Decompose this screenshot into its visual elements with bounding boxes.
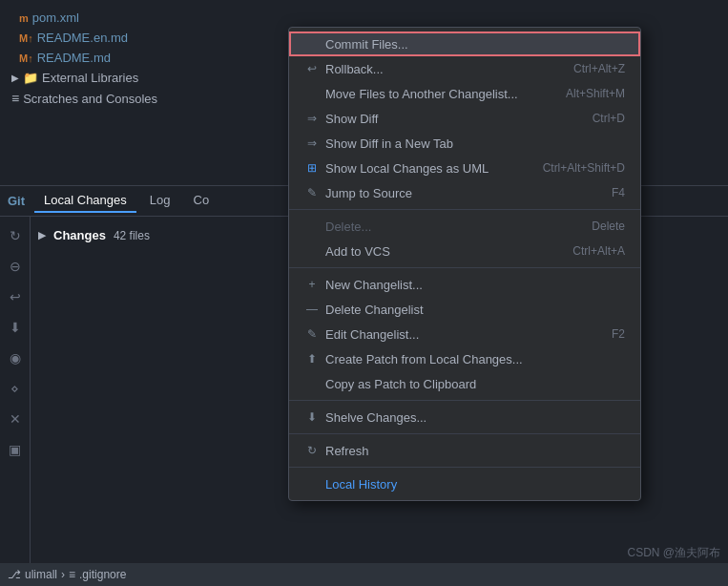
delete-shortcut: Delete	[592, 220, 625, 233]
changes-count: 42 files	[114, 229, 150, 242]
show-diff-new-tab-label: Show Diff in a New Tab	[325, 136, 453, 151]
delete-label: Delete...	[325, 220, 371, 234]
toolbar-btn-rollback[interactable]: ↩	[4, 285, 27, 308]
git-label: Git	[8, 194, 25, 208]
file-tree: m pom.xml M↑ README.en.md M↑ README.md ▶…	[0, 0, 286, 116]
show-diff-label: Show Diff	[325, 112, 378, 126]
menu-item-delete-changelist[interactable]: — Delete Changelist	[289, 297, 640, 322]
branch-path: ulimall	[25, 568, 57, 581]
edit-changelist-label: Edit Changelist...	[325, 327, 419, 342]
add-vcs-shortcut: Ctrl+Alt+A	[572, 244, 625, 258]
side-toolbar: ↻ ⊖ ↩ ⬇ ◉ ⋄ ✕ ▣	[0, 217, 31, 579]
jump-source-icon: ✎	[304, 185, 320, 200]
context-menu: Commit Files... ↩ Rollback... Ctrl+Alt+Z…	[288, 27, 641, 501]
folder-arrow-external-libs: ▶	[11, 73, 19, 83]
status-branch[interactable]: ⎇ ulimall › ≡ .gitignore	[8, 568, 126, 581]
show-diff-icon: ⇒	[304, 111, 320, 126]
branch-separator: ›	[61, 568, 65, 581]
rollback-label: Rollback...	[325, 62, 384, 76]
file-tree-item-pom[interactable]: m pom.xml	[0, 8, 286, 28]
jump-source-label: Jump to Source	[325, 186, 412, 200]
file-tree-item-readme-en[interactable]: M↑ README.en.md	[0, 28, 286, 48]
show-uml-shortcut: Ctrl+Alt+Shift+D	[543, 161, 625, 175]
changes-arrow: ▶	[38, 229, 46, 241]
separator-5	[289, 467, 640, 468]
file-tree-item-readme[interactable]: M↑ README.md	[0, 48, 286, 68]
folder-name-scratches: Scratches and Consoles	[23, 92, 157, 106]
local-history-icon	[304, 476, 320, 492]
status-bar: ⎇ ulimall › ≡ .gitignore	[0, 563, 728, 586]
shelve-icon: ⬇	[304, 409, 320, 425]
shelve-label: Shelve Changes...	[325, 410, 426, 425]
changes-label: Changes	[53, 228, 106, 242]
menu-item-commit-files[interactable]: Commit Files...	[289, 31, 640, 56]
show-uml-label: Show Local Changes as UML	[325, 161, 489, 176]
folder-name-external-libs: External Libraries	[42, 71, 138, 85]
menu-item-move-files[interactable]: Move Files to Another Changelist... Alt+…	[289, 81, 640, 106]
new-changelist-icon: +	[304, 277, 320, 292]
menu-item-jump-source[interactable]: ✎ Jump to Source F4	[289, 180, 640, 205]
edit-changelist-icon: ✎	[304, 326, 320, 342]
commit-files-icon	[304, 36, 320, 52]
menu-item-new-changelist[interactable]: + New Changelist...	[289, 272, 640, 297]
toolbar-btn-close[interactable]: ✕	[4, 408, 27, 430]
branch-file: .gitignore	[79, 568, 126, 581]
menu-item-local-history[interactable]: Local History	[289, 471, 640, 496]
toolbar-btn-collapse[interactable]: ⊖	[4, 255, 27, 278]
file-name-pom: pom.xml	[32, 10, 79, 25]
menu-item-rollback[interactable]: ↩ Rollback... Ctrl+Alt+Z	[289, 56, 640, 81]
menu-item-create-patch[interactable]: ⬆ Create Patch from Local Changes...	[289, 346, 640, 371]
show-diff-shortcut: Ctrl+D	[593, 112, 625, 125]
delete-icon	[304, 219, 320, 234]
show-uml-icon: ⊞	[304, 160, 320, 176]
delete-changelist-icon: —	[304, 302, 320, 317]
csdn-watermark: CSDN @渔夫阿布	[627, 545, 720, 561]
create-patch-label: Create Patch from Local Changes...	[325, 352, 523, 366]
menu-item-shelve[interactable]: ⬇ Shelve Changes...	[289, 405, 640, 429]
rollback-icon: ↩	[304, 61, 320, 76]
menu-item-edit-changelist[interactable]: ✎ Edit Changelist... F2	[289, 322, 640, 346]
branch-icon: ⎇	[8, 568, 21, 581]
move-files-label: Move Files to Another Changelist...	[325, 87, 518, 101]
file-name-readme-en: README.en.md	[37, 31, 128, 45]
delete-changelist-label: Delete Changelist	[325, 303, 424, 317]
toolbar-btn-refresh[interactable]: ↻	[4, 224, 27, 247]
file-prefix-pom: m	[19, 12, 29, 24]
branch-icon2: ≡	[69, 568, 75, 581]
copy-patch-label: Copy as Patch to Clipboard	[325, 377, 476, 391]
menu-item-copy-patch[interactable]: Copy as Patch to Clipboard	[289, 371, 640, 396]
rollback-shortcut: Ctrl+Alt+Z	[573, 62, 625, 75]
new-changelist-label: New Changelist...	[325, 278, 423, 292]
move-files-icon	[304, 86, 320, 101]
edit-changelist-shortcut: F2	[612, 327, 625, 341]
folder-icon-external-libs: 📁	[23, 71, 38, 85]
create-patch-icon: ⬆	[304, 351, 320, 366]
separator-2	[289, 267, 640, 268]
folder-icon-scratches: ≡	[11, 91, 19, 106]
toolbar-btn-diamond[interactable]: ⋄	[4, 377, 27, 400]
menu-item-refresh[interactable]: ↻ Refresh	[289, 438, 640, 463]
file-prefix-readme-en: M↑	[19, 32, 33, 44]
separator-4	[289, 433, 640, 434]
menu-item-delete[interactable]: Delete... Delete	[289, 214, 640, 239]
menu-item-show-uml[interactable]: ⊞ Show Local Changes as UML Ctrl+Alt+Shi…	[289, 156, 640, 180]
tab-local-changes[interactable]: Local Changes	[34, 189, 136, 213]
file-name-readme: README.md	[37, 51, 111, 65]
file-tree-item-scratches[interactable]: ≡ Scratches and Consoles	[0, 88, 286, 109]
menu-item-show-diff[interactable]: ⇒ Show Diff Ctrl+D	[289, 106, 640, 131]
toolbar-btn-grid[interactable]: ▣	[4, 438, 27, 461]
jump-source-shortcut: F4	[612, 186, 625, 199]
menu-item-add-vcs[interactable]: Add to VCS Ctrl+Alt+A	[289, 239, 640, 263]
show-diff-new-tab-icon: ⇒	[304, 136, 320, 151]
tab-log[interactable]: Log	[140, 189, 180, 213]
file-tree-item-external-libs[interactable]: ▶ 📁 External Libraries	[0, 68, 286, 88]
toolbar-btn-download[interactable]: ⬇	[4, 316, 27, 339]
separator-3	[289, 400, 640, 401]
tab-co[interactable]: Co	[184, 189, 219, 213]
commit-files-label: Commit Files...	[325, 37, 408, 52]
menu-item-show-diff-new-tab[interactable]: ⇒ Show Diff in a New Tab	[289, 131, 640, 156]
move-files-shortcut: Alt+Shift+M	[566, 87, 625, 100]
toolbar-btn-eye[interactable]: ◉	[4, 346, 27, 369]
refresh-label: Refresh	[325, 444, 369, 458]
add-vcs-icon	[304, 243, 320, 259]
